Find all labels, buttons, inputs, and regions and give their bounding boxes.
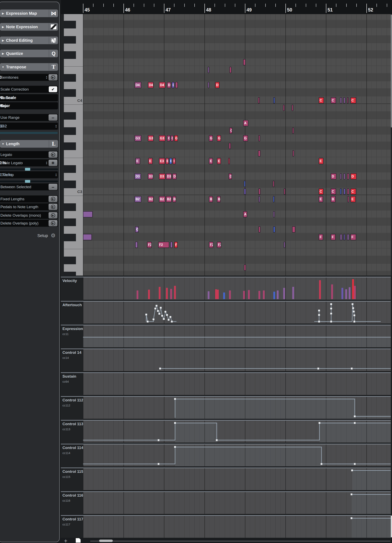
value-spinner[interactable]: ▲▼: [54, 124, 58, 128]
midi-note[interactable]: [273, 211, 275, 217]
field-delete-overlaps-mono[interactable]: Delete Overlaps (mono)▶: [0, 212, 58, 219]
black-key[interactable]: [64, 21, 76, 28]
midi-note[interactable]: D: [215, 82, 220, 88]
field-current[interactable]: CurrentC▼No Scale▼: [0, 94, 58, 101]
section-header-expression-map[interactable]: ▶Expression Map⋈: [0, 10, 58, 17]
midi-note[interactable]: [259, 135, 260, 141]
field-legato[interactable]: Legato▶: [0, 151, 58, 158]
midi-note[interactable]: E3: [159, 158, 165, 164]
midi-note[interactable]: [273, 181, 274, 187]
midi-note[interactable]: D: [167, 82, 171, 88]
midi-note[interactable]: D: [172, 82, 174, 88]
value-spinner[interactable]: ▲▼: [45, 76, 49, 79]
velocity-bar[interactable]: [259, 291, 260, 299]
midi-note[interactable]: E: [350, 196, 356, 202]
lane-cc116[interactable]: [83, 491, 391, 514]
controller-point[interactable]: [354, 415, 356, 417]
lane-cc114[interactable]: [83, 444, 391, 466]
midi-note[interactable]: [135, 242, 138, 248]
midi-note[interactable]: [340, 97, 342, 103]
lane-scrollbar-thumb[interactable]: [391, 515, 392, 537]
controller-point[interactable]: [216, 439, 218, 441]
midi-note[interactable]: D3: [166, 173, 172, 180]
midi-note[interactable]: G3: [135, 135, 141, 141]
controller-point[interactable]: [320, 463, 322, 465]
midi-note[interactable]: D4: [135, 82, 141, 88]
midi-note[interactable]: B: [172, 196, 176, 202]
midi-note[interactable]: F2: [217, 242, 221, 248]
midi-note[interactable]: [347, 97, 348, 103]
lane-cc11[interactable]: [83, 325, 391, 347]
lane-aftertouch[interactable]: [83, 301, 391, 323]
midi-note[interactable]: [273, 196, 275, 202]
collapse-triangle-icon[interactable]: ▼: [0, 66, 6, 68]
velocity-bar[interactable]: [229, 290, 231, 299]
controller-point[interactable]: [319, 422, 320, 424]
lane-velocity[interactable]: [83, 277, 391, 300]
midi-note[interactable]: [343, 173, 345, 180]
midi-note[interactable]: F: [319, 234, 323, 240]
velocity-bar[interactable]: [349, 287, 350, 299]
lane-cc14[interactable]: [83, 349, 391, 371]
controller-point[interactable]: [353, 314, 355, 316]
midi-note[interactable]: [229, 143, 231, 149]
controller-point[interactable]: [174, 398, 176, 400]
controller-point[interactable]: [352, 303, 353, 305]
midi-note[interactable]: G: [229, 127, 232, 134]
lane-label-cc112[interactable]: Control 112cc112: [61, 396, 83, 419]
slider-thumb[interactable]: [25, 180, 30, 183]
midi-note[interactable]: E: [135, 158, 140, 164]
black-key[interactable]: [64, 165, 76, 173]
controller-point[interactable]: [161, 315, 163, 317]
field-new[interactable]: NewE▼Major▼: [0, 102, 58, 109]
midi-note[interactable]: [244, 188, 246, 195]
apply-button[interactable]: ▶: [49, 74, 57, 80]
midi-note[interactable]: [228, 158, 230, 164]
midi-note[interactable]: D3: [159, 173, 165, 180]
lane-label-cc114[interactable]: Control 114cc114: [61, 444, 83, 466]
midi-note[interactable]: [259, 196, 260, 202]
midi-note[interactable]: E: [319, 158, 324, 164]
black-key[interactable]: [64, 272, 76, 276]
midi-note[interactable]: [292, 105, 293, 111]
midi-note[interactable]: F: [350, 234, 356, 240]
midi-note[interactable]: [208, 82, 209, 88]
field-value[interactable]: 0 Ticks: [0, 172, 13, 177]
midi-note[interactable]: [340, 188, 342, 195]
lane-label-cc11[interactable]: Expressioncc11: [61, 325, 83, 347]
controller-point[interactable]: [153, 318, 155, 320]
midi-note[interactable]: E: [209, 158, 213, 164]
lane-cc115[interactable]: [83, 468, 391, 490]
midi-note[interactable]: [259, 226, 260, 232]
note-expression-icon[interactable]: [49, 23, 58, 31]
black-key[interactable]: [64, 74, 76, 82]
midi-note[interactable]: D: [229, 173, 232, 180]
midi-note[interactable]: [229, 67, 232, 73]
velocity-bar[interactable]: [215, 289, 217, 299]
controller-point[interactable]: [317, 368, 319, 369]
midi-note[interactable]: D4: [148, 82, 154, 88]
velocity-bar[interactable]: [170, 289, 172, 299]
black-key[interactable]: [64, 181, 76, 188]
field-scale-legato[interactable]: Scale Legato0 %▲▼✳: [0, 159, 58, 166]
midi-note[interactable]: [340, 234, 342, 240]
controller-point[interactable]: [166, 314, 168, 316]
midi-note[interactable]: [244, 265, 246, 271]
black-key[interactable]: [64, 257, 76, 264]
black-key[interactable]: [64, 36, 76, 44]
field-use-range[interactable]: Use Range–: [0, 114, 58, 121]
midi-note[interactable]: F: [174, 242, 178, 248]
scale-dropdown-arrow-icon[interactable]: ▼: [0, 105, 5, 107]
amount-slider[interactable]: [0, 181, 58, 182]
collapse-triangle-icon[interactable]: ▼: [0, 142, 6, 145]
midi-note[interactable]: F2: [158, 242, 169, 248]
midi-note[interactable]: [208, 67, 209, 73]
velocity-bar[interactable]: [283, 288, 285, 299]
midi-note[interactable]: [243, 59, 246, 65]
midi-note[interactable]: D3: [135, 173, 141, 180]
black-key[interactable]: [64, 218, 76, 226]
black-key[interactable]: [64, 127, 76, 135]
velocity-bar[interactable]: [354, 286, 356, 299]
lane-label-velocity[interactable]: Velocity: [61, 277, 83, 300]
midi-note[interactable]: [293, 150, 294, 157]
